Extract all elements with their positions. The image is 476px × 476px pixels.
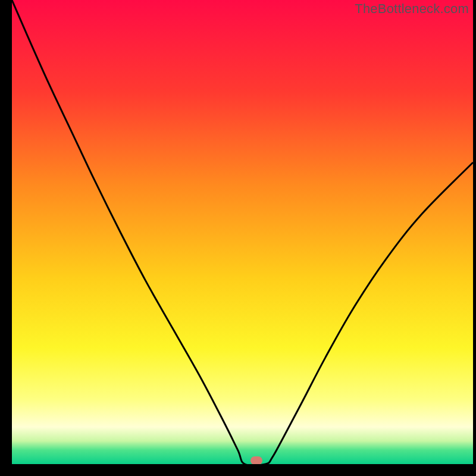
watermark-text: TheBottleneck.com — [355, 1, 469, 17]
chart-frame: TheBottleneck.com — [0, 0, 476, 476]
plot-area — [12, 0, 473, 464]
optimal-point-marker — [250, 456, 262, 464]
gradient-background — [12, 0, 473, 464]
chart-svg — [12, 0, 473, 464]
